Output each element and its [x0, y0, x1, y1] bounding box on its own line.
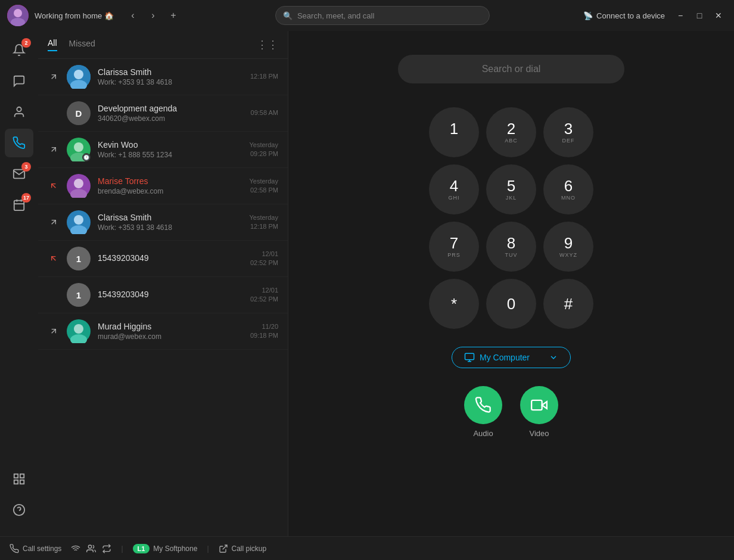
svg-rect-33	[531, 400, 542, 410]
dial-key-5[interactable]: 5 JKL	[486, 164, 536, 214]
call-item[interactable]: 🕐 Kevin Woo Work: +1 888 555 1234 Yester…	[38, 132, 288, 168]
dial-key-sub: MNO	[561, 195, 576, 201]
maximize-button[interactable]: □	[691, 7, 708, 24]
wifi-icon	[71, 544, 80, 553]
call-item[interactable]: 1 15439203049 12/0102:52 PM	[38, 241, 288, 277]
sidebar-item-activity[interactable]: 2	[5, 36, 33, 64]
dial-key-7[interactable]: 7 PRS	[429, 222, 479, 272]
call-item[interactable]: Clarissa Smith Work: +353 91 38 4618 12:…	[38, 59, 288, 95]
sidebar-item-messages[interactable]: 3	[5, 160, 33, 188]
dial-key-hash[interactable]: #	[543, 279, 593, 329]
call-item[interactable]: D Development agenda 340620@webex.com 09…	[38, 95, 288, 132]
dial-key-num: #	[564, 296, 573, 312]
messages-badge: 3	[21, 162, 31, 172]
svg-point-3	[17, 107, 21, 111]
device-name: My Computer	[480, 353, 530, 362]
contact-avatar: 🕐	[67, 138, 91, 161]
svg-point-27	[74, 324, 83, 334]
call-pickup-item[interactable]: Call pickup	[219, 544, 267, 553]
divider-1: |	[121, 545, 123, 553]
connect-to-device-button[interactable]: 📡 Connect to a device	[583, 11, 665, 20]
minimize-button[interactable]: −	[672, 7, 689, 24]
device-selector-inner: My Computer	[464, 352, 530, 363]
call-time: 09:58 AM	[251, 108, 278, 117]
contact-name: Development agenda	[98, 104, 244, 113]
svg-point-35	[89, 545, 92, 548]
call-direction-icon	[48, 71, 60, 83]
tab-all[interactable]: All	[48, 38, 57, 51]
svg-rect-29	[465, 353, 474, 360]
more-options-button[interactable]: ⋮⋮	[257, 38, 278, 51]
dial-key-num: 7	[450, 235, 458, 251]
dial-key-sub: DEF	[562, 138, 575, 144]
device-selector-button[interactable]: My Computer	[452, 347, 571, 368]
sidebar: 2 3	[0, 31, 38, 536]
sidebar-item-people[interactable]	[5, 98, 33, 126]
video-call-button[interactable]	[520, 386, 558, 424]
dial-key-3[interactable]: 3 DEF	[543, 107, 593, 157]
sidebar-item-help[interactable]	[5, 496, 33, 524]
transfer-icon	[102, 544, 111, 553]
user-avatar[interactable]	[7, 5, 29, 26]
call-item[interactable]: 1 15439203049 12/0102:52 PM	[38, 277, 288, 313]
titlebar-left: Working from home 🏠 ‹ › +	[7, 5, 182, 26]
call-info: Development agenda 340620@webex.com	[98, 104, 244, 123]
dial-key-4[interactable]: 4 GHI	[429, 164, 479, 214]
nav-add-button[interactable]: +	[165, 7, 182, 24]
dial-key-1[interactable]: 1	[429, 107, 479, 157]
call-pickup-icon	[219, 544, 228, 553]
sidebar-item-phone[interactable]	[5, 129, 33, 157]
softphone-label: My Softphone	[153, 545, 197, 553]
contact-detail: Work: +353 91 38 4618	[98, 223, 242, 232]
sidebar-item-apps[interactable]	[5, 465, 33, 493]
dialer-panel: 1 2 ABC 3 DEF 4 GHI 5 JKL 6 MNO	[288, 31, 734, 536]
video-label: Video	[529, 429, 549, 438]
call-item[interactable]: Clarissa Smith Work: +353 91 38 4618 Yes…	[38, 204, 288, 241]
sidebar-item-calendar[interactable]: 17	[5, 191, 33, 219]
svg-rect-10	[20, 480, 24, 484]
dial-key-num: 0	[507, 296, 515, 312]
nav-back-button[interactable]: ‹	[125, 7, 141, 24]
divider-2: |	[207, 545, 209, 553]
dial-key-6[interactable]: 6 MNO	[543, 164, 593, 214]
dial-key-star[interactable]: *	[429, 279, 479, 329]
call-time: Yesterday09:28 PM	[249, 141, 278, 159]
dial-key-0[interactable]: 0	[486, 279, 536, 329]
dial-key-8[interactable]: 8 TUV	[486, 222, 536, 272]
global-search-bar[interactable]: 🔍 Search, meet, and call	[275, 6, 490, 25]
call-time: 12:18 PM	[250, 72, 278, 81]
contact-avatar	[67, 210, 91, 234]
call-time: Yesterday12:18 PM	[249, 213, 278, 232]
dial-key-sub: JKL	[506, 195, 517, 201]
call-settings-item[interactable]: Call settings	[10, 544, 61, 553]
cast-icon: 📡	[583, 11, 593, 20]
sub-avatar-icon: 🕐	[82, 153, 91, 161]
sidebar-item-chat[interactable]	[5, 67, 33, 95]
phone-icon	[475, 397, 492, 413]
audio-call-group: Audio	[464, 386, 502, 438]
search-dial-input[interactable]	[398, 55, 624, 83]
dial-key-2[interactable]: 2 ABC	[486, 107, 536, 157]
call-item[interactable]: Murad Higgins murad@webex.com 11/2009:18…	[38, 313, 288, 350]
svg-rect-9	[20, 474, 24, 478]
dial-key-9[interactable]: 9 WXYZ	[543, 222, 593, 272]
tab-missed[interactable]: Missed	[69, 39, 95, 51]
svg-rect-4	[14, 201, 24, 211]
audio-call-button[interactable]	[464, 386, 502, 424]
contact-name: Clarissa Smith	[98, 67, 243, 77]
contact-avatar	[67, 65, 91, 89]
dial-key-num: 6	[564, 178, 573, 194]
nav-forward-button[interactable]: ›	[145, 7, 161, 24]
contact-name: Clarissa Smith	[98, 213, 242, 222]
call-settings-icon	[10, 544, 19, 553]
nav-buttons: ‹ › +	[125, 7, 182, 24]
window-title: Working from home 🏠	[35, 11, 114, 20]
call-time: 12/0102:52 PM	[250, 250, 278, 268]
call-info: Murad Higgins murad@webex.com	[98, 322, 243, 341]
dialpad: 1 2 ABC 3 DEF 4 GHI 5 JKL 6 MNO	[429, 107, 593, 329]
call-list: Clarissa Smith Work: +353 91 38 4618 12:…	[38, 59, 288, 536]
close-button[interactable]: ✕	[710, 7, 727, 24]
softphone-item[interactable]: L1 My Softphone	[133, 544, 198, 553]
contact-name: Murad Higgins	[98, 322, 243, 331]
call-item[interactable]: Marise Torres brenda@webex.com Yesterday…	[38, 168, 288, 204]
